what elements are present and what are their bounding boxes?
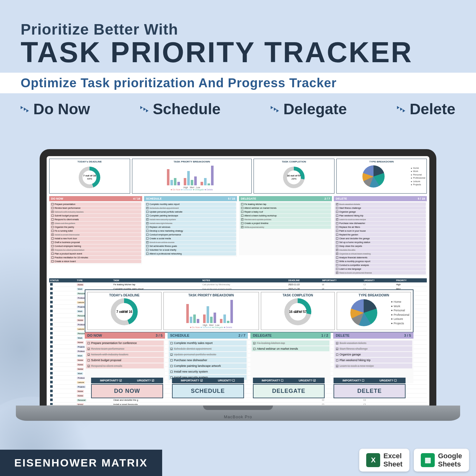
task-item[interactable]: Review team performance bbox=[86, 346, 164, 351]
task-item[interactable]: Prepare presentation for conference bbox=[86, 340, 164, 346]
checkbox-icon[interactable] bbox=[241, 215, 243, 217]
task-item[interactable]: Learn to cook a new recipe bbox=[334, 363, 412, 368]
status-checkbox[interactable] bbox=[50, 323, 53, 326]
status-checkbox[interactable] bbox=[50, 350, 53, 352]
task-item[interactable]: Create a project timeline bbox=[240, 221, 331, 225]
checkbox-icon[interactable] bbox=[51, 211, 54, 213]
task-item[interactable]: Schedule dentist appointment bbox=[169, 346, 247, 351]
task-item[interactable]: Create a vision board bbox=[50, 260, 141, 263]
status-checkbox[interactable] bbox=[50, 376, 53, 379]
task-item[interactable]: Attend webinar on market trends bbox=[240, 206, 331, 210]
task-item[interactable]: Deep clean the carpets bbox=[335, 244, 426, 248]
checkbox-icon[interactable] bbox=[51, 207, 54, 209]
checkbox-icon[interactable] bbox=[51, 256, 54, 259]
checkbox-icon[interactable] bbox=[241, 207, 243, 209]
task-item[interactable]: Organize a virtual team meeting bbox=[335, 252, 426, 255]
checkbox-icon[interactable] bbox=[51, 237, 54, 240]
task-item[interactable]: Book vacation tickets bbox=[334, 340, 412, 346]
checkbox-icon[interactable] bbox=[336, 222, 338, 224]
status-checkbox[interactable] bbox=[50, 314, 53, 317]
task-item[interactable]: Schedule dentist appointment bbox=[145, 206, 236, 210]
status-checkbox[interactable] bbox=[50, 332, 53, 334]
checkbox-icon[interactable] bbox=[241, 222, 243, 224]
status-checkbox[interactable] bbox=[50, 399, 53, 401]
checkbox-icon[interactable] bbox=[336, 348, 338, 350]
task-item[interactable]: Plan a product launch event bbox=[50, 252, 141, 255]
checkbox-icon[interactable] bbox=[336, 211, 338, 213]
status-checkbox[interactable] bbox=[50, 345, 53, 348]
checkbox-icon[interactable] bbox=[170, 365, 173, 367]
task-item[interactable]: Submit budget proposal bbox=[86, 358, 164, 363]
status-checkbox[interactable] bbox=[50, 363, 53, 366]
checkbox-icon[interactable] bbox=[88, 348, 90, 350]
checkbox-icon[interactable] bbox=[51, 253, 54, 255]
status-checkbox[interactable] bbox=[50, 301, 53, 303]
task-item[interactable]: Clean out the gutters bbox=[50, 221, 141, 225]
checkbox-icon[interactable] bbox=[146, 241, 149, 243]
checkbox-icon[interactable] bbox=[336, 264, 338, 266]
task-item[interactable]: Organize garage bbox=[335, 210, 426, 214]
checkbox-icon[interactable] bbox=[336, 359, 338, 361]
task-item[interactable]: Start fitness challenge bbox=[334, 346, 412, 351]
checkbox-icon[interactable] bbox=[146, 230, 149, 232]
task-item[interactable]: Complete monthly sales report bbox=[169, 340, 247, 346]
checkbox-icon[interactable] bbox=[336, 272, 338, 274]
task-item[interactable]: Prepare presentation bbox=[50, 202, 141, 206]
status-checkbox[interactable] bbox=[50, 319, 53, 321]
checkbox-icon[interactable] bbox=[88, 365, 90, 367]
status-checkbox[interactable] bbox=[50, 310, 53, 312]
task-item[interactable]: Install new security system bbox=[145, 218, 236, 221]
task-item[interactable]: Network with industry leaders bbox=[86, 352, 164, 357]
task-item[interactable]: Conduct employee performance bbox=[145, 233, 236, 236]
task-item[interactable]: Respond to client emails bbox=[86, 363, 164, 368]
task-item[interactable]: Review team performance bbox=[50, 206, 141, 210]
task-item[interactable]: Volunteer for a local charity bbox=[145, 248, 236, 252]
checkbox-icon[interactable] bbox=[146, 215, 149, 217]
task-item[interactable]: Purchase new dishwasher bbox=[169, 358, 247, 363]
status-checkbox[interactable] bbox=[50, 296, 53, 299]
checkbox-icon[interactable] bbox=[146, 218, 149, 221]
task-item[interactable]: Replace old windows bbox=[145, 225, 236, 229]
task-item[interactable]: Write a journal entry bbox=[240, 225, 331, 229]
checkbox-icon[interactable] bbox=[146, 203, 149, 205]
checkbox-icon[interactable] bbox=[241, 203, 243, 205]
task-item[interactable]: Conduct employee training bbox=[50, 244, 141, 248]
task-item[interactable]: Submit budget proposal bbox=[50, 214, 141, 217]
task-item[interactable]: Replant the garden bbox=[335, 233, 426, 236]
task-item[interactable]: Paint a room in your house bbox=[335, 229, 426, 233]
checkbox-icon[interactable] bbox=[336, 215, 338, 217]
checkbox-icon[interactable] bbox=[336, 268, 338, 270]
task-item[interactable]: Write a monthly progress report bbox=[335, 260, 426, 263]
checkbox-icon[interactable] bbox=[336, 342, 338, 344]
task-item[interactable]: Install a new front door bbox=[50, 237, 141, 240]
checkbox-icon[interactable] bbox=[51, 234, 54, 236]
task-item[interactable]: Review and update policies bbox=[240, 218, 331, 221]
task-item[interactable]: Learn a new language bbox=[335, 267, 426, 271]
task-item[interactable]: Learn to cook a new recipe bbox=[335, 218, 426, 221]
checkbox-icon[interactable] bbox=[51, 226, 54, 228]
task-item[interactable]: Network with industry leaders bbox=[50, 210, 141, 214]
task-item[interactable]: Fix leaking kitchen tap bbox=[252, 340, 329, 346]
task-item[interactable]: Create a social media bbox=[145, 237, 236, 240]
checkbox-icon[interactable] bbox=[170, 354, 173, 356]
task-item[interactable]: Set up a home recycling station bbox=[335, 241, 426, 244]
checkbox-icon[interactable] bbox=[336, 203, 338, 205]
checkbox-icon[interactable] bbox=[146, 253, 149, 255]
task-item[interactable]: Update personal portfolio website bbox=[145, 210, 236, 214]
checkbox-icon[interactable] bbox=[51, 218, 54, 221]
checkbox-icon[interactable] bbox=[88, 342, 90, 344]
checkbox-icon[interactable] bbox=[51, 245, 54, 247]
task-item[interactable]: Complete monthly sales report bbox=[145, 202, 236, 206]
checkbox-icon[interactable] bbox=[146, 245, 149, 247]
checkbox-icon[interactable] bbox=[336, 218, 338, 221]
checkbox-icon[interactable] bbox=[336, 365, 338, 367]
checkbox-icon[interactable] bbox=[336, 256, 338, 259]
status-checkbox[interactable] bbox=[50, 381, 53, 383]
checkbox-icon[interactable] bbox=[51, 241, 54, 243]
task-item[interactable]: Attend a team-building workshop bbox=[240, 214, 331, 217]
status-checkbox[interactable] bbox=[50, 394, 53, 397]
checkbox-icon[interactable] bbox=[241, 211, 243, 213]
checkbox-icon[interactable] bbox=[336, 249, 338, 251]
checkbox-icon[interactable] bbox=[51, 260, 54, 262]
status-checkbox[interactable] bbox=[50, 283, 53, 286]
